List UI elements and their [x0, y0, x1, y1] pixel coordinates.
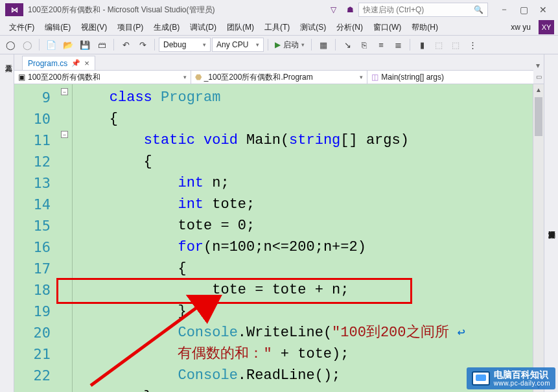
toolbar-btn-2[interactable]: ⬚	[431, 38, 447, 52]
solution-explorer-tab[interactable]: 解决方案资源管理器	[546, 223, 558, 228]
pin-icon[interactable]: 📌	[71, 59, 80, 67]
class-combo[interactable]: ⬣_100至200所有偶数和.Program▾	[191, 71, 368, 84]
user-avatar-badge[interactable]: XY	[539, 20, 554, 34]
project-combo[interactable]: ▣100至200所有偶数和▾	[14, 71, 191, 84]
fold-toggle-icon[interactable]: −	[61, 131, 68, 138]
class-icon: ⬣	[195, 73, 202, 82]
toolbar-btn-1[interactable]: ▦	[316, 38, 331, 52]
menu-item[interactable]: 编辑(E)	[40, 20, 76, 35]
menu-item[interactable]: 分析(N)	[331, 20, 368, 35]
tab-label: Program.cs	[28, 59, 67, 68]
document-tab-active[interactable]: Program.cs 📌 ×	[22, 56, 95, 70]
menu-item[interactable]: 调试(D)	[185, 20, 222, 35]
menu-item[interactable]: 视图(V)	[76, 20, 112, 35]
start-debug-button[interactable]: ▶启动▾	[272, 40, 307, 51]
method-combo[interactable]: ◫Main(string[] args)▾	[367, 71, 544, 84]
signed-in-user[interactable]: xw yu	[506, 21, 536, 34]
document-tab-bar: Program.cs 📌 × ▾	[14, 54, 544, 70]
bookmark-button[interactable]: ▮	[414, 38, 430, 52]
feedback-icon[interactable]: ☗	[343, 3, 356, 16]
watermark: 电脑百科知识 www.pc-daily.com	[467, 367, 555, 389]
nav-fwd-button[interactable]: ◯	[19, 38, 35, 52]
menu-item[interactable]: 生成(B)	[148, 20, 185, 35]
watermark-title: 电脑百科知识	[494, 370, 550, 380]
title-bar: ⋈ 100至200所有偶数和 - Microsoft Visual Studio…	[0, 0, 558, 19]
quick-launch-input[interactable]: 🔍	[358, 3, 488, 17]
outlining-margin[interactable]: − −	[60, 84, 73, 392]
menu-item[interactable]: 工具(T)	[259, 20, 295, 35]
fold-toggle-icon[interactable]: −	[61, 88, 68, 95]
save-all-button[interactable]: 🗃	[94, 38, 110, 52]
menu-item[interactable]: 团队(M)	[222, 20, 259, 35]
close-button[interactable]: ✕	[533, 2, 553, 17]
watermark-icon	[472, 371, 490, 386]
menu-item[interactable]: 帮助(H)	[406, 20, 443, 35]
scrollbar-thumb[interactable]	[535, 97, 542, 136]
toolbox-tab[interactable]: 工具箱	[0, 54, 14, 392]
csharp-project-icon: ▣	[18, 73, 25, 82]
code-editor[interactable]: 910111213141516171819202122 − − class Pr…	[14, 84, 544, 392]
code-content[interactable]: class Program { static void Main(string[…	[73, 84, 544, 392]
close-tab-icon[interactable]: ×	[84, 58, 89, 68]
menu-item[interactable]: 窗口(W)	[368, 20, 406, 35]
quick-launch-field[interactable]	[363, 5, 474, 14]
watermark-url: www.pc-daily.com	[494, 380, 550, 387]
menu-item[interactable]: 测试(S)	[295, 20, 331, 35]
search-icon[interactable]: 🔍	[474, 5, 483, 14]
uncomment-button[interactable]: ≣	[390, 38, 406, 52]
step-into-button[interactable]: ↘	[340, 38, 355, 52]
new-project-button[interactable]: 📄	[43, 38, 59, 52]
line-number-gutter: 910111213141516171819202122	[14, 84, 60, 392]
app-title: 100至200所有偶数和 - Microsoft Visual Studio(管…	[28, 5, 215, 16]
main-toolbar: ◯ ◯ 📄 📂 💾 🗃 ↶ ↷ Debug▾ Any CPU▾ ▶启动▾ ▦ ↘…	[0, 35, 558, 54]
split-view-button[interactable]: ▭	[533, 70, 544, 84]
scroll-up-button[interactable]: ▲	[533, 84, 544, 95]
menu-item[interactable]: 文件(F)	[4, 20, 40, 35]
open-file-button[interactable]: 📂	[60, 38, 76, 52]
maximize-button[interactable]: ▢	[514, 2, 533, 17]
toolbar-options[interactable]: ⋮	[465, 38, 480, 52]
notifications-icon[interactable]: ▽	[327, 3, 340, 16]
right-dock-tabs: 解决方案资源管理器 团队资源管理器 属性	[544, 54, 558, 392]
menu-item[interactable]: 项目(P)	[112, 20, 148, 35]
vertical-scrollbar[interactable]: ▭ ▲ ▼	[533, 84, 544, 392]
menu-bar: 文件(F)编辑(E)视图(V)项目(P)生成(B)调试(D)团队(M)工具(T)…	[0, 19, 558, 35]
tab-overflow-button[interactable]: ▾	[532, 61, 544, 70]
nav-back-button[interactable]: ◯	[3, 38, 18, 52]
code-nav-bar: ▣100至200所有偶数和▾ ⬣_100至200所有偶数和.Program▾ ◫…	[14, 70, 544, 84]
save-button[interactable]: 💾	[77, 38, 93, 52]
solution-config-combo[interactable]: Debug▾	[159, 38, 211, 52]
minimize-button[interactable]: －	[494, 2, 514, 17]
method-icon: ◫	[371, 73, 378, 82]
undo-button[interactable]: ↶	[118, 38, 134, 52]
comment-button[interactable]: ≡	[373, 38, 389, 52]
redo-button[interactable]: ↷	[135, 38, 150, 52]
vs-logo-icon: ⋈	[5, 3, 23, 16]
solution-platform-combo[interactable]: Any CPU▾	[212, 38, 264, 52]
step-over-button[interactable]: ⎘	[356, 38, 372, 52]
toolbar-btn-3[interactable]: ⬚	[448, 38, 463, 52]
